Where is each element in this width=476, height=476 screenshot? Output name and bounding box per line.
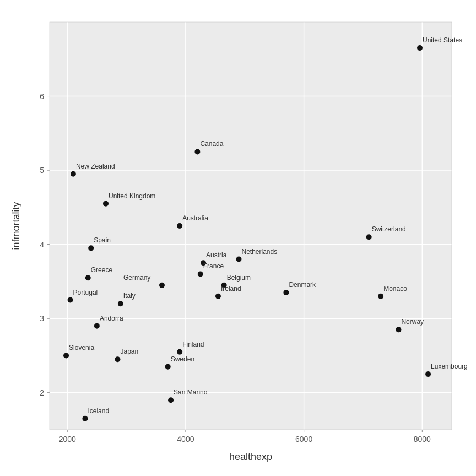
data-point [366,234,372,240]
data-point [165,364,171,370]
scatter-plot: 200040006000800023456healthexpinfmortali… [0,0,476,476]
data-point [194,149,200,154]
data-point [71,171,76,177]
data-point [177,223,182,229]
data-point [68,298,73,303]
country-label: Andorra [100,315,123,322]
data-point [94,323,100,329]
country-label: Ireland [221,285,241,293]
country-label: Denmark [289,281,316,289]
data-point [425,371,431,377]
country-label: Greece [91,266,113,274]
country-label: Belgium [227,274,251,282]
country-label: Monaco [383,285,407,293]
y-axis-label: infmortality [10,202,21,250]
country-label: Netherlands [242,248,278,256]
x-tick-label: 8000 [414,435,431,443]
country-label: Switzerland [372,225,406,233]
country-label: Slovenia [69,344,94,351]
country-label: Portugal [73,289,98,296]
x-tick-label: 6000 [295,435,312,443]
data-point [198,271,203,277]
country-label: Germany [123,274,150,282]
y-tick-label: 2 [40,388,44,397]
country-label: Luxembourg [431,363,468,370]
y-tick-label: 6 [40,92,44,101]
data-point [396,327,401,332]
data-point [378,294,383,299]
data-point [85,275,91,280]
data-point [283,290,289,295]
y-tick-label: 4 [40,240,44,249]
country-label: Finland [182,340,204,348]
country-label: France [203,262,224,270]
data-point [168,397,174,403]
country-label: Sweden [171,355,194,363]
y-tick-label: 5 [40,166,44,175]
country-label: Australia [182,214,208,222]
country-label: Italy [123,292,136,300]
x-axis-label: healthexp [229,451,272,462]
data-point [417,45,423,51]
data-point [177,349,182,355]
country-label: Austria [206,251,227,259]
country-label: Japan [120,348,138,355]
country-label: New Zealand [76,163,115,170]
data-point [118,301,123,306]
country-label: Canada [200,140,223,148]
data-point [115,356,120,362]
chart-container: 200040006000800023456healthexpinfmortali… [0,0,476,476]
y-tick-label: 3 [40,314,44,323]
data-point [82,416,88,421]
data-point [236,257,242,262]
country-label: United Kingdom [109,192,155,200]
country-label: San Marino [174,388,208,396]
country-label: Norway [401,318,424,326]
data-point [63,353,69,358]
data-point [103,201,109,207]
data-point [159,283,165,288]
country-label: United States [423,36,462,44]
x-tick-label: 4000 [177,435,194,443]
data-point [215,294,221,299]
country-label: Iceland [88,407,109,415]
country-label: Spain [94,236,111,244]
x-tick-label: 2000 [59,435,76,443]
data-point [88,245,94,251]
